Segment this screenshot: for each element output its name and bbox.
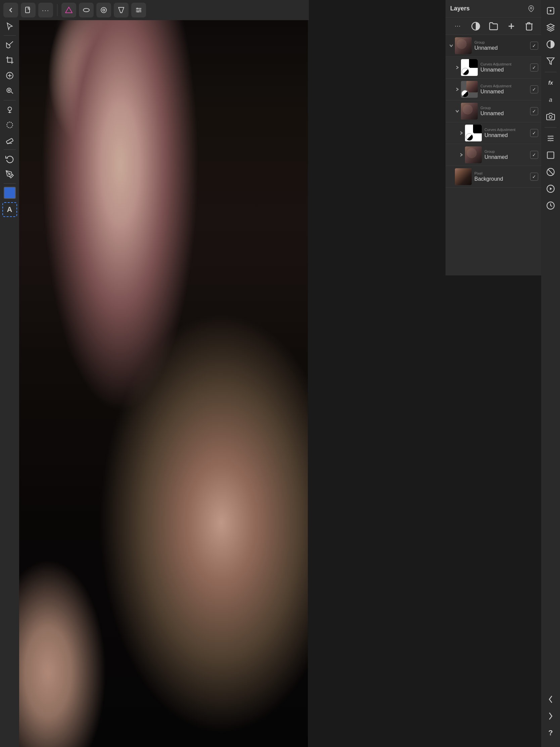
layers-delete-button[interactable] — [523, 20, 536, 33]
layer-info-curves1: Curves Adjustment Unnamed — [478, 62, 529, 73]
tool-move[interactable] — [2, 19, 17, 33]
right-tool-help[interactable]: ? — [543, 725, 558, 740]
sliders-header-button[interactable] — [131, 3, 146, 18]
selection-button[interactable] — [79, 3, 94, 18]
layer-type-curves1: Curves Adjustment — [480, 62, 527, 66]
layer-row-group1[interactable]: Group Unnamed — [446, 35, 541, 57]
layers-pin-button[interactable] — [526, 3, 536, 14]
export-button[interactable] — [114, 3, 129, 18]
document-button[interactable] — [21, 3, 35, 18]
layer-expand-curves3[interactable] — [458, 129, 465, 137]
right-toolbar: fx a — [541, 0, 560, 747]
layers-panel-title: Layers — [450, 5, 470, 12]
layer-row-curves2[interactable]: Curves Adjustment Unnamed — [446, 79, 541, 100]
layer-row-curves3[interactable]: Curves Adjustment Unnamed — [446, 122, 541, 144]
layer-row-background[interactable]: Pixel Background — [446, 166, 541, 188]
layer-visibility-group3[interactable] — [529, 150, 539, 160]
layer-name-group3: Unnamed — [484, 154, 527, 160]
fx-label: fx — [548, 80, 553, 86]
svg-marker-45 — [550, 187, 552, 190]
right-tool-play[interactable] — [543, 181, 558, 196]
right-sep-2 — [544, 127, 557, 128]
right-tool-fx[interactable]: fx — [543, 76, 558, 91]
layer-name-curves2: Unnamed — [480, 89, 527, 95]
layer-visibility-group1[interactable] — [529, 41, 539, 51]
retouch-button[interactable] — [96, 3, 111, 18]
layer-row-curves1[interactable]: Curves Adjustment Unnamed — [446, 57, 541, 79]
layer-check-group2 — [530, 107, 538, 115]
svg-point-3 — [101, 7, 106, 13]
layer-expand-curves1[interactable] — [454, 64, 461, 71]
tool-undo[interactable] — [2, 152, 17, 166]
right-tool-sliders[interactable] — [543, 131, 558, 146]
layer-name-curves1: Unnamed — [480, 67, 527, 73]
svg-point-16 — [8, 90, 9, 91]
tool-dodge[interactable] — [2, 102, 17, 117]
layer-row-group2[interactable]: Group Unnamed — [446, 100, 541, 122]
layers-add-button[interactable] — [505, 20, 518, 33]
layers-menu-button[interactable]: ··· — [451, 20, 465, 33]
layer-visibility-group2[interactable] — [529, 106, 539, 116]
layer-check-background — [530, 173, 538, 181]
tool-brush[interactable] — [2, 37, 17, 52]
left-toolbar: A — [0, 0, 19, 747]
layers-panel: Layers ··· — [446, 0, 541, 276]
layer-expand-group3[interactable] — [458, 151, 465, 158]
right-tool-prev[interactable] — [543, 692, 558, 707]
layer-visibility-background[interactable] — [529, 172, 539, 182]
layer-expand-curves2[interactable] — [454, 86, 461, 93]
foreground-color[interactable] — [4, 187, 16, 199]
right-tool-filters[interactable] — [543, 54, 558, 69]
layer-info-group3: Group Unnamed — [482, 150, 529, 160]
layer-check-curves3 — [530, 129, 538, 137]
layer-thumb-group1 — [455, 37, 472, 54]
layer-thumb-curves2 — [461, 81, 478, 98]
tool-eraser[interactable] — [2, 133, 17, 148]
canvas-area[interactable] — [19, 0, 308, 747]
layer-name-background: Background — [474, 176, 527, 182]
tool-color-swatch[interactable] — [2, 185, 17, 200]
right-tool-layers[interactable] — [543, 20, 558, 35]
layers-list: Group Unnamed Curves Adjustment — [446, 35, 541, 276]
svg-point-24 — [530, 7, 532, 9]
layer-type-group1: Group — [474, 40, 527, 44]
right-tool-type[interactable]: a — [543, 93, 558, 107]
right-tool-rect[interactable] — [543, 148, 558, 162]
help-label: ? — [548, 728, 553, 737]
layer-visibility-curves1[interactable] — [529, 62, 539, 73]
toolbar-sep-1 — [4, 35, 16, 35]
toolbar-sep-4 — [4, 183, 16, 184]
layer-expand-group1[interactable] — [448, 42, 455, 49]
affinity-button[interactable] — [61, 3, 76, 18]
layer-info-curves3: Curves Adjustment Unnamed — [482, 128, 529, 138]
right-tool-no[interactable] — [543, 164, 558, 179]
tool-blur[interactable] — [2, 118, 17, 132]
svg-point-34 — [549, 115, 552, 119]
tool-heal[interactable] — [2, 68, 17, 83]
right-tool-export[interactable] — [543, 3, 558, 18]
right-tool-camera[interactable] — [543, 109, 558, 124]
layer-expand-group2[interactable] — [454, 107, 461, 115]
right-tool-history[interactable] — [543, 198, 558, 213]
svg-rect-40 — [550, 140, 551, 141]
more-button[interactable]: ··· — [38, 3, 53, 18]
layer-row-group3[interactable]: Group Unnamed — [446, 144, 541, 166]
header-divider-1 — [57, 4, 57, 16]
layer-visibility-curves2[interactable] — [529, 84, 539, 94]
svg-marker-5 — [118, 7, 124, 13]
layer-thumb-group3 — [465, 147, 482, 163]
layer-thumb-curves1 — [461, 59, 478, 76]
svg-point-4 — [103, 9, 105, 11]
tool-crop[interactable] — [2, 53, 17, 68]
layer-visibility-curves3[interactable] — [529, 128, 539, 138]
tool-pen[interactable] — [2, 167, 17, 182]
toolbar-sep-2 — [4, 100, 16, 100]
tool-text[interactable]: A — [2, 202, 17, 217]
portrait-image — [19, 0, 308, 747]
right-tool-adjustments[interactable] — [543, 37, 558, 52]
right-tool-next[interactable] — [543, 709, 558, 723]
back-button[interactable] — [3, 3, 18, 18]
layers-mask-button[interactable] — [469, 20, 482, 33]
layers-folder-button[interactable] — [487, 20, 500, 33]
tool-clone[interactable] — [2, 84, 17, 98]
